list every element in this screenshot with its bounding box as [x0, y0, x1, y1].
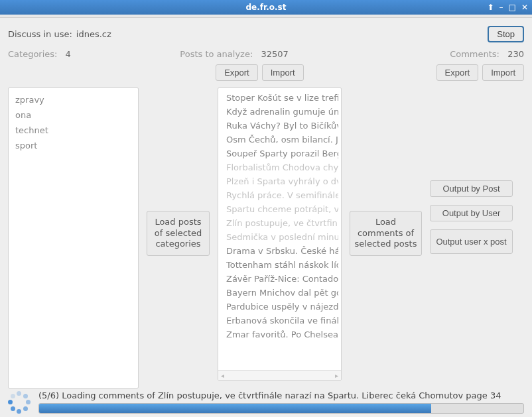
post-item[interactable]: Osm Čechů, osm bilancí. Ja	[221, 133, 338, 147]
window-controls: ⬆ – □ ✕	[488, 3, 528, 12]
comments-export-button[interactable]: Export	[436, 64, 479, 81]
post-item[interactable]: Tottenham stáhl náskok líd	[221, 258, 338, 272]
window-title: de.fr.o.st	[246, 3, 287, 12]
post-item[interactable]: Spartu chceme potrápit, va	[221, 202, 338, 216]
discuss-value: idnes.cz	[76, 29, 111, 39]
categories-label: Categories:	[8, 49, 57, 59]
posts-horizontal-scrollbar[interactable]: ◂ ▸	[218, 370, 341, 380]
post-item[interactable]: Zmar favoritů. Po Chelsea	[221, 328, 338, 341]
load-posts-button[interactable]: Load posts of selected categories	[147, 211, 210, 257]
progress-bar	[38, 403, 524, 414]
post-item[interactable]: Erbanová skončila ve finál	[221, 314, 338, 328]
post-item[interactable]: Pardubice uspěly v nájezd	[221, 300, 338, 314]
category-item[interactable]: ona	[9, 107, 138, 123]
comments-count: 230	[507, 49, 524, 59]
minimize-icon[interactable]: –	[499, 3, 503, 12]
scroll-right-icon[interactable]: ▸	[335, 372, 338, 379]
post-item[interactable]: Florbalistům Chodova chyb	[221, 160, 338, 174]
loading-spinner-icon	[8, 391, 31, 414]
post-item[interactable]: Rychlá práce. V semifinále	[221, 188, 338, 202]
post-item[interactable]: Když adrenalin gumuje úna	[221, 105, 338, 119]
category-item[interactable]: sport	[9, 138, 138, 153]
post-item[interactable]: Sedmička v poslední minu	[221, 230, 338, 244]
post-item[interactable]: Plzeň i Sparta vyhrály o dv	[221, 174, 338, 188]
categories-list[interactable]: zpravyonatechnetsport	[8, 88, 139, 388]
load-comments-button[interactable]: Load comments of selected posts	[350, 211, 422, 257]
posts-label: Posts to analyze:	[180, 49, 253, 59]
output-user-x-post-button[interactable]: Output user x post	[430, 229, 513, 254]
category-item[interactable]: zpravy	[9, 92, 138, 107]
status-message: (5/6) Loading comments of Zlín postupuje…	[38, 390, 524, 400]
post-item[interactable]: Bayern Mnichov dal pět gó	[221, 286, 338, 300]
window-titlebar: de.fr.o.st ⬆ – □ ✕	[0, 0, 532, 15]
post-item[interactable]: Stoper Košút se v lize trefi	[221, 91, 338, 105]
comments-import-button[interactable]: Import	[482, 64, 524, 81]
post-item[interactable]: Ruka Váchy? Byl to Bičíkův	[221, 119, 338, 133]
output-by-user-button[interactable]: Output by User	[430, 205, 513, 221]
pin-icon[interactable]: ⬆	[488, 3, 494, 12]
post-item[interactable]: Zlín postupuje, ve čtvrtfin	[221, 216, 338, 230]
stop-button[interactable]: Stop	[488, 26, 524, 42]
discuss-label: Discuss in use:	[8, 29, 72, 39]
post-item[interactable]: Drama v Srbsku. České há	[221, 244, 338, 258]
post-item[interactable]: Soupeř Sparty porazil Berg	[221, 147, 338, 160]
category-item[interactable]: technet	[9, 123, 138, 138]
posts-export-button[interactable]: Export	[216, 64, 258, 81]
scroll-left-icon[interactable]: ◂	[221, 372, 224, 379]
comments-label: Comments:	[450, 49, 499, 59]
post-item[interactable]: Závěr Paříž-Nice: Contador	[221, 272, 338, 286]
output-by-post-button[interactable]: Output by Post	[430, 180, 513, 197]
posts-list[interactable]: Stoper Košút se v lize trefiKdyž adrenal…	[218, 88, 342, 381]
posts-count: 32507	[261, 49, 288, 59]
close-icon[interactable]: ✕	[521, 3, 528, 12]
posts-import-button[interactable]: Import	[262, 64, 304, 81]
categories-count: 4	[66, 49, 71, 59]
maximize-icon[interactable]: □	[509, 3, 516, 12]
